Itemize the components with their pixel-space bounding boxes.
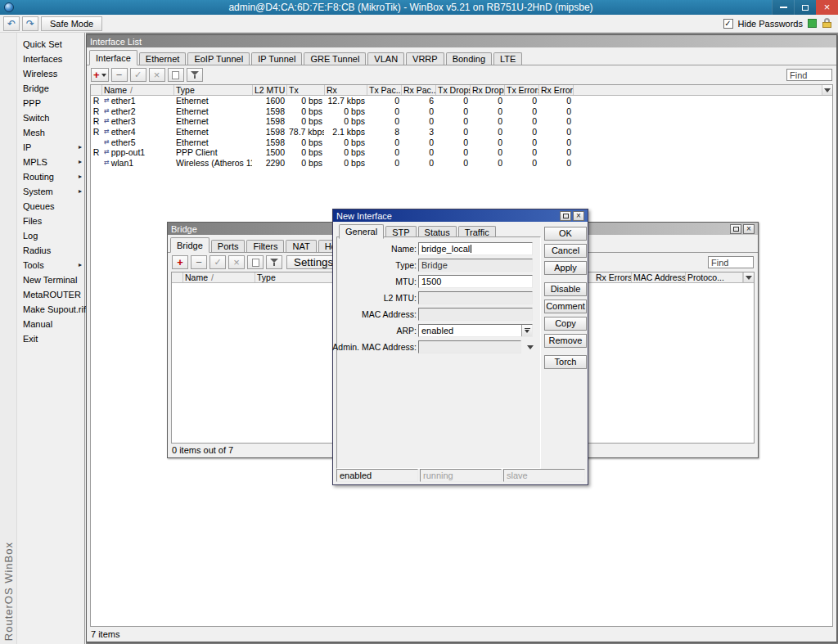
admin-mac-dropdown-button[interactable] (527, 345, 534, 349)
close-button[interactable]: × (573, 211, 584, 221)
disable-button[interactable]: × (149, 68, 165, 82)
remove-button[interactable]: − (191, 255, 207, 269)
column-header-tx-errors[interactable]: Tx Errors (505, 85, 539, 95)
table-row[interactable]: R ether1 Ethernet 1600 0 bps 12.7 kbps 0… (91, 96, 832, 106)
tab-lte[interactable]: LTE (493, 52, 522, 65)
sidebar-item[interactable]: Mesh (17, 125, 84, 140)
filter-button[interactable] (266, 255, 282, 269)
table-row[interactable]: R ether2 Ethernet 1598 0 bps 0 bps 0 0 0… (91, 106, 832, 117)
sidebar-item[interactable]: Tools ▸ (17, 258, 84, 272)
sidebar-item[interactable]: PPP (17, 96, 84, 110)
mtu-input[interactable]: 1500 (418, 275, 533, 288)
tab-ip-tunnel[interactable]: IP Tunnel (251, 52, 302, 65)
remove-button[interactable]: Remove (544, 334, 587, 348)
torch-button[interactable]: Torch (544, 355, 587, 369)
remove-button[interactable]: − (111, 68, 128, 82)
table-row[interactable]: ether5 Ethernet 1598 0 bps 0 bps 0 0 0 0… (91, 137, 832, 147)
sidebar-item[interactable]: Manual (17, 317, 84, 331)
column-header-rx-drops[interactable]: Rx Drops (471, 85, 505, 95)
column-header-name[interactable]: Name/ (183, 272, 255, 282)
redo-button[interactable]: ↷ (22, 16, 38, 31)
sidebar-item[interactable]: Interfaces (17, 52, 84, 66)
filter-button[interactable] (187, 68, 203, 82)
close-button[interactable]: × (816, 0, 838, 15)
sidebar-item[interactable]: Routing ▸ (17, 169, 84, 184)
name-input[interactable]: bridge_local (418, 242, 533, 255)
sidebar-item[interactable]: Wireless (17, 66, 84, 81)
comment-button[interactable] (168, 68, 184, 82)
add-button[interactable]: + (91, 68, 109, 82)
tab-interface[interactable]: Interface (89, 50, 137, 65)
sidebar-item[interactable]: Switch (17, 110, 84, 125)
sidebar-item[interactable]: Bridge (17, 81, 84, 96)
column-header-tx-pac[interactable]: Tx Pac... (367, 85, 402, 95)
hide-passwords-checkbox[interactable]: ✓ (723, 19, 733, 29)
apply-button[interactable]: Apply (544, 261, 587, 275)
sidebar-item[interactable]: Exit (17, 331, 84, 346)
column-header-type[interactable]: Type (174, 85, 253, 95)
tab-general[interactable]: General (339, 224, 384, 239)
maximize-button[interactable] (794, 0, 816, 15)
sidebar-item[interactable]: Quick Set (17, 37, 84, 52)
column-header-tx-drops[interactable]: Tx Drops (436, 85, 471, 95)
column-select-button[interactable] (743, 272, 754, 282)
tab-gre-tunnel[interactable]: GRE Tunnel (304, 52, 366, 65)
restore-button[interactable] (730, 224, 741, 234)
close-button[interactable]: × (743, 224, 755, 234)
sidebar-item[interactable]: New Terminal (17, 272, 84, 287)
sidebar-item[interactable]: Radius (17, 243, 84, 258)
column-header-rx-errors[interactable]: Rx Errors (539, 85, 574, 95)
tab-bonding[interactable]: Bonding (446, 52, 492, 65)
restore-button[interactable] (560, 211, 571, 221)
tab-filters[interactable]: Filters (246, 240, 284, 253)
ok-button[interactable]: OK (544, 227, 587, 241)
table-row[interactable]: R ether3 Ethernet 1598 0 bps 0 bps 0 0 0… (91, 116, 832, 127)
column-header-protocol[interactable]: Protoco... (686, 272, 743, 282)
add-button[interactable]: + (172, 255, 188, 269)
enable-button[interactable]: ✓ (130, 68, 146, 82)
table-row[interactable]: R ether4 Ethernet 1598 78.7 kbps 2.1 kbp… (91, 127, 832, 137)
sidebar-item[interactable]: MetaROUTER (17, 287, 84, 302)
column-header-name[interactable]: Name/ (102, 85, 174, 95)
sidebar-item[interactable]: Queues (17, 199, 84, 214)
find-input[interactable] (786, 69, 832, 81)
minimize-button[interactable] (772, 0, 794, 15)
sidebar-item[interactable]: Log (17, 228, 84, 243)
safe-mode-button[interactable]: Safe Mode (41, 16, 102, 31)
interface-list-titlebar[interactable]: Interface List (87, 35, 836, 47)
tab-eoip-tunnel[interactable]: EoIP Tunnel (187, 52, 250, 65)
undo-button[interactable]: ↶ (3, 16, 20, 31)
main-window-titlebar[interactable]: admin@D4:CA:6D:7E:F8:CB (MikroTik) - Win… (0, 0, 838, 15)
tab-vrrp[interactable]: VRRP (406, 52, 444, 65)
disable-button[interactable]: Disable (544, 282, 587, 296)
column-header-l2mtu[interactable]: L2 MTU (253, 85, 287, 95)
column-header-mac-address[interactable]: MAC Address (632, 272, 686, 282)
sidebar-item[interactable]: System ▸ (17, 184, 84, 199)
tab-bridge[interactable]: Bridge (170, 237, 210, 253)
arp-dropdown-button[interactable] (521, 325, 532, 336)
cancel-button[interactable]: Cancel (544, 244, 587, 258)
table-row[interactable]: R ppp-out1 PPP Client 1500 0 bps 0 bps 0… (91, 147, 832, 158)
sidebar-item[interactable]: Make Supout.rif (17, 302, 84, 317)
column-header-rx-pac[interactable]: Rx Pac... (402, 85, 436, 95)
enable-button[interactable]: ✓ (210, 255, 226, 269)
sidebar-item[interactable]: Files (17, 214, 84, 228)
tab-nat[interactable]: NAT (286, 240, 316, 253)
disable-button[interactable]: × (228, 255, 245, 269)
tab-ethernet[interactable]: Ethernet (139, 52, 187, 65)
sidebar-item[interactable]: MPLS ▸ (17, 155, 84, 169)
column-header-rx[interactable]: Rx (325, 85, 367, 95)
column-header-rx-errors[interactable]: Rx Errors (594, 272, 632, 282)
find-input[interactable] (708, 256, 754, 268)
sidebar-item[interactable]: IP ▸ (17, 140, 84, 155)
column-header-flag[interactable] (91, 85, 102, 95)
comment-button[interactable] (247, 255, 264, 269)
comment-button[interactable]: Comment (544, 299, 587, 313)
tab-ports[interactable]: Ports (211, 240, 246, 253)
column-header-flag[interactable] (172, 272, 183, 282)
copy-button[interactable]: Copy (544, 317, 587, 331)
tab-vlan[interactable]: VLAN (367, 52, 404, 65)
column-select-button[interactable] (822, 85, 832, 95)
arp-select[interactable]: enabled (418, 324, 533, 337)
column-header-type[interactable]: Type (255, 272, 334, 282)
